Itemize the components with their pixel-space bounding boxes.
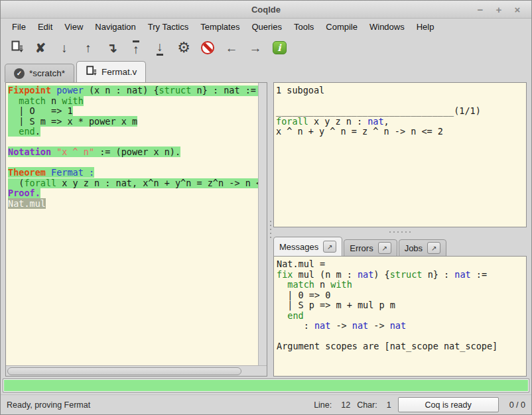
maximize-button[interactable]: +: [492, 3, 506, 16]
tab-scratch-label: *scratch*: [29, 68, 65, 78]
arrow-down-icon: ↓: [61, 42, 68, 54]
detach-messages-button[interactable]: ↗: [323, 241, 336, 253]
menu-tools[interactable]: Tools: [288, 20, 320, 34]
detach-arrow-icon: ↗: [327, 243, 332, 251]
progress-wrap: [1, 377, 531, 394]
go-to-end-button[interactable]: ↓: [149, 37, 170, 58]
editor-vertical-scrollbar[interactable]: [258, 83, 267, 365]
detach-arrow-icon: ↗: [431, 245, 436, 252]
messages-section: Messages ↗ Errors ↗ Jobs ↗ Nat.mul =fix …: [273, 236, 527, 377]
menu-help[interactable]: Help: [411, 20, 440, 34]
arrow-right-icon: →: [249, 42, 262, 54]
go-to-cursor-button[interactable]: ↴: [101, 37, 123, 58]
window-title: CoqIde: [1, 5, 531, 15]
menu-windows[interactable]: Windows: [364, 20, 411, 34]
window-controls: − + ×: [473, 3, 531, 16]
right-pane: 1 subgoal ______________________________…: [273, 82, 527, 377]
menubar: File Edit View Navigation Try Tactics Te…: [1, 19, 531, 34]
editor-text-area[interactable]: Fixpoint power (x n : nat) {struct n} : …: [6, 83, 258, 365]
tab-jobs[interactable]: Jobs ↗: [399, 239, 446, 257]
splitter-dot: [270, 221, 271, 222]
minimize-button[interactable]: −: [473, 3, 488, 16]
progress-bar: [3, 379, 529, 392]
splitter-dot: [270, 237, 271, 238]
file-tabbar: ✓ *scratch* Fermat.v: [1, 61, 531, 82]
titlebar[interactable]: CoqIde − + ×: [1, 1, 531, 19]
info-bubble-icon: i: [273, 41, 287, 54]
toolbar: ✘ ↓ ↑ ↴ ↑ ↓ ⚙ ← → i: [1, 34, 531, 61]
splitter-dot: [405, 231, 407, 233]
close-button[interactable]: ×: [510, 3, 525, 16]
about-button[interactable]: i: [269, 37, 290, 58]
coq-state-indicator: Coq is ready: [398, 397, 499, 412]
document-arrow-icon: [86, 66, 97, 79]
status-message: Ready, proving Fermat: [7, 400, 90, 410]
editor-horizontal-scrollbar[interactable]: [6, 366, 258, 376]
previous-occurrence-button[interactable]: ←: [221, 37, 242, 58]
script-pane: Fixpoint power (x n : nat) {struct n} : …: [5, 82, 267, 377]
splitter-dot: [393, 231, 395, 233]
tab-messages[interactable]: Messages ↗: [273, 237, 342, 257]
status-right: Line: 12 Char: 1 Coq is ready 0 / 0: [314, 397, 525, 412]
arrow-up-icon: ↑: [85, 42, 92, 54]
next-occurrence-button[interactable]: →: [245, 37, 266, 58]
check-circle-icon: ✓: [14, 68, 25, 79]
editor-frame: Fixpoint power (x n : nat) {struct n} : …: [5, 82, 267, 377]
horizontal-splitter[interactable]: [273, 227, 527, 236]
splitter-dot: [401, 231, 403, 233]
detach-errors-button[interactable]: ↗: [378, 242, 391, 254]
splitter-dot: [270, 233, 271, 234]
detach-arrow-icon: ↗: [381, 245, 387, 252]
forward-one-command-button[interactable]: ↓: [54, 37, 75, 58]
menu-try-tactics[interactable]: Try Tactics: [142, 20, 194, 34]
arrow-up-to-bar-icon: ↑: [133, 40, 139, 56]
splitter-dot: [409, 231, 411, 233]
splitter-dot: [270, 225, 271, 226]
tab-fermat-label: Fermat.v: [101, 67, 137, 77]
menu-view[interactable]: View: [58, 20, 89, 34]
editor-hscroll-row: [6, 365, 267, 376]
arrow-left-icon: ←: [226, 42, 238, 54]
menu-edit[interactable]: Edit: [32, 20, 58, 34]
restart-button[interactable]: ↑: [125, 37, 147, 58]
vertical-splitter[interactable]: [267, 82, 273, 377]
menu-queries[interactable]: Queries: [245, 20, 288, 34]
splitter-dot: [270, 229, 271, 230]
menu-templates[interactable]: Templates: [194, 20, 245, 34]
tab-errors-label: Errors: [350, 243, 373, 253]
hscroll-thumb[interactable]: [7, 367, 241, 375]
message-tabbar: Messages ↗ Errors ↗ Jobs ↗: [273, 236, 527, 256]
curved-arrow-icon: ↴: [107, 42, 117, 54]
fully-check-button[interactable]: ⚙: [173, 37, 194, 58]
tab-messages-label: Messages: [279, 242, 318, 252]
main-area: Fixpoint power (x n : nat) {struct n} : …: [1, 82, 531, 377]
save-file-button[interactable]: [6, 37, 27, 58]
splitter-dot: [397, 231, 399, 233]
statusbar: Ready, proving Fermat Line: 12 Char: 1 C…: [1, 394, 531, 414]
goal-view[interactable]: 1 subgoal ______________________________…: [273, 82, 527, 227]
scroll-corner: [258, 366, 267, 376]
splitter-dot: [389, 231, 391, 233]
close-x-icon: ✘: [35, 42, 46, 54]
gear-icon: ⚙: [177, 40, 190, 55]
tab-fermat[interactable]: Fermat.v: [76, 61, 146, 82]
coqide-window: CoqIde − + × File Edit View Navigation T…: [0, 0, 532, 415]
menu-file[interactable]: File: [6, 20, 32, 34]
menu-compile[interactable]: Compile: [320, 20, 364, 34]
backward-one-command-button[interactable]: ↑: [78, 37, 99, 58]
message-view[interactable]: Nat.mul =fix mul (n m : nat) {struct n} …: [273, 256, 527, 377]
menu-navigation[interactable]: Navigation: [89, 20, 141, 34]
tab-errors[interactable]: Errors ↗: [344, 239, 397, 257]
char-value: 1: [387, 400, 391, 410]
job-counter: 0 / 0: [509, 400, 525, 410]
detach-jobs-button[interactable]: ↗: [427, 242, 440, 254]
document-arrow-icon: [11, 40, 23, 56]
no-entry-icon: [201, 41, 214, 54]
tab-scratch[interactable]: ✓ *scratch*: [5, 64, 74, 82]
char-label: Char:: [357, 400, 377, 410]
tab-jobs-label: Jobs: [405, 243, 423, 253]
interrupt-button[interactable]: [197, 37, 218, 58]
line-label: Line:: [314, 400, 332, 410]
line-value: 12: [341, 400, 350, 410]
close-file-button[interactable]: ✘: [30, 37, 51, 58]
